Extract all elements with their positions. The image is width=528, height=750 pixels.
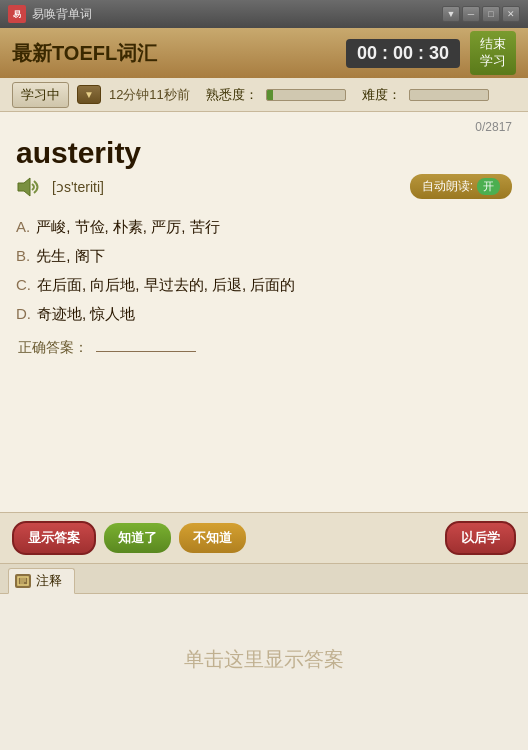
option-text: 严峻, 节俭, 朴素, 严厉, 苦行: [36, 218, 219, 235]
dont-know-button[interactable]: 不知道: [179, 523, 246, 553]
option-label: C.: [16, 276, 31, 293]
option-item[interactable]: D.奇迹地, 惊人地: [16, 300, 512, 329]
bottom-buttons: 显示答案 知道了 不知道 以后学: [0, 512, 528, 563]
option-label: B.: [16, 247, 30, 264]
maximize-btn[interactable]: □: [482, 6, 500, 22]
pronunciation-row: [ɔs'teriti] 自动朗读: 开: [16, 174, 512, 199]
end-study-button[interactable]: 结束学习: [470, 31, 516, 75]
phonetic-text: [ɔs'teriti]: [52, 179, 104, 195]
option-label: D.: [16, 305, 31, 322]
close-btn[interactable]: ✕: [502, 6, 520, 22]
notes-section: 注释 单击这里显示答案: [0, 563, 528, 724]
auto-read-button[interactable]: 自动朗读: 开: [410, 174, 512, 199]
window-controls: ▼ ─ □ ✕: [442, 6, 520, 22]
familiarity-fill: [267, 90, 273, 100]
notes-tab[interactable]: 注释: [8, 568, 75, 594]
mode-dropdown[interactable]: ▼: [77, 85, 101, 104]
note-icon: [15, 574, 31, 588]
chevron-btn[interactable]: ▼: [442, 6, 460, 22]
familiarity-bar: [266, 89, 346, 101]
mode-button[interactable]: 学习中: [12, 82, 69, 108]
option-text: 在后面, 向后地, 早过去的, 后退, 后面的: [37, 276, 295, 293]
answer-label: 正确答案：: [18, 339, 88, 355]
timer-minutes: 00: [392, 43, 414, 64]
option-item[interactable]: C.在后面, 向后地, 早过去的, 后退, 后面的: [16, 271, 512, 300]
app-icon: 易: [8, 5, 26, 23]
main-content: 0/2817 austerity [ɔs'teriti] 自动朗读: 开 A.严…: [0, 112, 528, 512]
timer-colon1: :: [382, 43, 388, 64]
pron-left: [ɔs'teriti]: [16, 176, 104, 198]
option-text: 先生, 阁下: [36, 247, 104, 264]
notes-placeholder: 单击这里显示答案: [184, 646, 344, 673]
later-button[interactable]: 以后学: [445, 521, 516, 555]
title-bar: 易 易唤背单词 ▼ ─ □ ✕: [0, 0, 528, 28]
header: 最新TOEFL词汇 00 : 00 : 30 结束学习: [0, 28, 528, 78]
notes-content[interactable]: 单击这里显示答案: [0, 594, 528, 724]
answer-field: [96, 351, 196, 352]
app-title: 最新TOEFL词汇: [12, 40, 346, 67]
minimize-btn[interactable]: ─: [462, 6, 480, 22]
speaker-icon[interactable]: [16, 176, 44, 198]
answer-row: 正确答案：: [16, 339, 512, 357]
title-text: 易唤背单词: [32, 6, 436, 23]
auto-read-label: 自动朗读:: [422, 178, 473, 195]
know-button[interactable]: 知道了: [104, 523, 171, 553]
svg-marker-0: [18, 178, 30, 196]
toggle-on-indicator: 开: [477, 178, 500, 195]
notes-tab-label: 注释: [36, 572, 62, 590]
familiarity-label: 熟悉度：: [206, 86, 258, 104]
option-label: A.: [16, 218, 30, 235]
timer-seconds: 30: [428, 43, 450, 64]
timer-hours: 00: [356, 43, 378, 64]
difficulty-label: 难度：: [362, 86, 401, 104]
option-item[interactable]: A.严峻, 节俭, 朴素, 严厉, 苦行: [16, 213, 512, 242]
option-item[interactable]: B.先生, 阁下: [16, 242, 512, 271]
word-display: austerity: [16, 136, 512, 170]
timer-colon2: :: [418, 43, 424, 64]
time-info: 12分钟11秒前: [109, 86, 190, 104]
options-list: A.严峻, 节俭, 朴素, 严厉, 苦行B.先生, 阁下C.在后面, 向后地, …: [16, 213, 512, 329]
show-answer-button[interactable]: 显示答案: [12, 521, 96, 555]
difficulty-bar: [409, 89, 489, 101]
progress-counter: 0/2817: [16, 120, 512, 134]
timer: 00 : 00 : 30: [346, 39, 460, 68]
notes-tab-bar: 注释: [0, 564, 528, 594]
toolbar: 学习中 ▼ 12分钟11秒前 熟悉度： 难度：: [0, 78, 528, 112]
option-text: 奇迹地, 惊人地: [37, 305, 135, 322]
